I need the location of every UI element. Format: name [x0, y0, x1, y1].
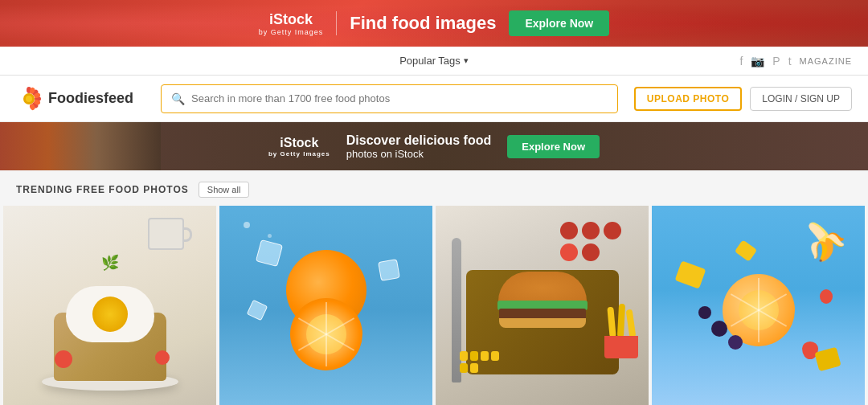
magazine-link[interactable]: MAGAZINE — [800, 56, 852, 66]
show-all-button[interactable]: Show all — [199, 182, 250, 198]
photo-card-3[interactable] — [436, 206, 649, 405]
secondary-line2: photos on iStock — [346, 148, 491, 160]
logo-icon — [16, 86, 42, 112]
secondary-line1: Discover delicious food — [346, 133, 491, 148]
photo-card-4[interactable]: 🍌 — [652, 206, 865, 405]
photo-grid: 🌿 — [0, 206, 868, 405]
photo-card-1[interactable]: 🌿 — [3, 206, 216, 405]
secondary-cta-button[interactable]: Explore Now — [507, 135, 600, 158]
tomato-1 — [55, 350, 72, 368]
banner-brand: iStock by Getty Images — [259, 11, 324, 36]
orange-half — [290, 298, 362, 370]
trending-header: TRENDING FREE FOOD PHOTOS Show all — [0, 170, 868, 206]
logo-area: Foodiesfeed — [16, 86, 145, 112]
mug — [148, 218, 192, 242]
nav-bar: Popular Tags ▾ f 📷 P t MAGAZINE — [0, 47, 868, 76]
photo-2-image — [219, 206, 432, 405]
secondary-brand: iStock by Getty Images — [268, 136, 330, 158]
logo-text: Foodiesfeed — [48, 90, 133, 107]
bun-top — [498, 272, 587, 304]
search-bar: 🔍 — [161, 84, 618, 113]
header: Foodiesfeed 🔍 UPLOAD PHOTO LOGIN / SIGN … — [0, 76, 868, 122]
tomato-2 — [155, 350, 170, 365]
droplet-1 — [244, 222, 250, 228]
facebook-icon[interactable]: f — [739, 55, 743, 68]
social-icons-area: f 📷 P t MAGAZINE — [739, 55, 852, 68]
secondary-text: Discover delicious food photos on iStock — [346, 133, 491, 160]
banner-cta-button[interactable]: Explore Now — [509, 10, 609, 36]
upload-photo-button[interactable]: UPLOAD PHOTO — [634, 87, 742, 111]
blackberry-3 — [698, 306, 711, 319]
top-banner: iStock by Getty Images Find food images … — [0, 0, 868, 47]
search-input[interactable] — [191, 92, 608, 104]
droplet-2 — [268, 234, 272, 238]
instagram-icon[interactable]: 📷 — [751, 55, 764, 68]
search-icon: 🔍 — [171, 92, 185, 105]
popular-tags[interactable]: Popular Tags ▾ — [399, 55, 469, 67]
herbs: 🌿 — [101, 254, 119, 272]
banner-divider — [336, 11, 337, 35]
secondary-banner-content: iStock by Getty Images Discover deliciou… — [268, 133, 600, 160]
banner-headline: Find food images — [350, 13, 496, 34]
secondary-banner: iStock by Getty Images Discover deliciou… — [0, 122, 868, 170]
photo-card-2[interactable] — [219, 206, 432, 405]
twitter-icon[interactable]: t — [788, 55, 792, 68]
pinterest-icon[interactable]: P — [772, 55, 780, 68]
bun-bottom — [499, 318, 586, 328]
tomatoes-top — [560, 222, 624, 261]
ice-cube-2 — [378, 259, 400, 281]
egg-yolk — [92, 297, 128, 332]
photo-3-image — [436, 206, 649, 405]
svg-point-1 — [26, 96, 32, 102]
login-signup-button[interactable]: LOGIN / SIGN UP — [750, 87, 852, 111]
trending-title: TRENDING FREE FOOD PHOTOS — [16, 184, 189, 195]
chevron-down-icon: ▾ — [464, 55, 469, 66]
photo-1-image: 🌿 — [3, 206, 216, 405]
secondary-banner-bg — [0, 122, 161, 170]
popular-tags-label: Popular Tags — [399, 55, 461, 67]
corn — [460, 351, 508, 373]
photo-4-image: 🍌 — [652, 206, 865, 405]
header-actions: UPLOAD PHOTO LOGIN / SIGN UP — [634, 87, 852, 111]
